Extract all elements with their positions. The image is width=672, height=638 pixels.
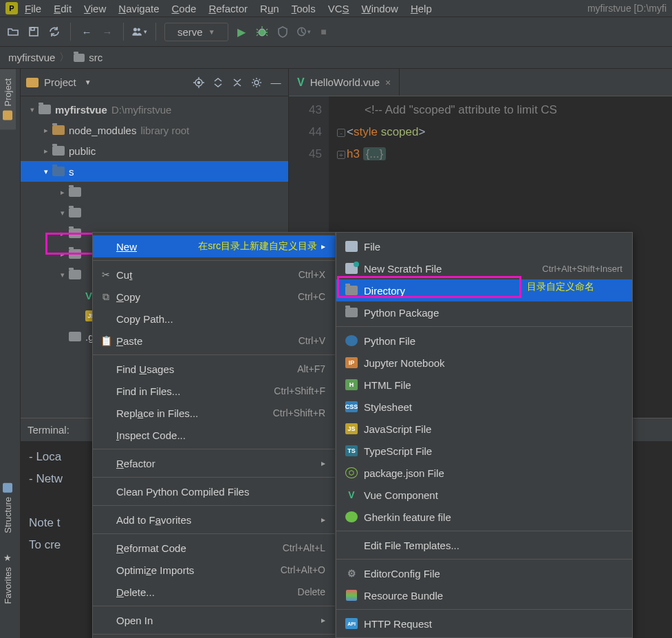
expand-toggle-icon[interactable]: ▾ [56,270,69,279]
menu-window[interactable]: Window [362,3,398,14]
menu-view[interactable]: View [84,3,106,14]
ctx2-item-scratch[interactable]: New Scratch FileCtrl+Alt+Shift+Insert [336,257,632,279]
shortcut: Ctrl+V [299,335,325,346]
ctx-item-copypath[interactable]: Copy Path... [93,308,335,330]
expand-toggle-icon[interactable]: ▸ [56,229,69,238]
open-icon[interactable] [6,24,21,39]
ctx-item-new[interactable]: New 在src目录上新建自定义目录 ▸ [93,235,335,257]
ctx2-item-editorconfig[interactable]: ⚙EditorConfig File [336,562,632,584]
ctx-item-findusages[interactable]: Find UsagesAlt+F7 [93,358,335,380]
profile-icon[interactable]: ▾ [296,24,311,39]
ctx-item-label: Resource Bundle [360,590,622,602]
terminal-line: - Netw [29,472,63,485]
ctx2-item-html[interactable]: HHTML File [336,374,632,396]
ctx2-item-pkgjson[interactable]: ⬡package.json File [336,462,632,484]
back-icon[interactable]: ← [79,24,94,39]
tree-src[interactable]: ▾ s [21,161,288,182]
ctx2-item-pyfile[interactable]: Python File [336,330,632,352]
separator [93,634,335,635]
debug-icon[interactable] [254,24,270,39]
ctx2-item-file[interactable]: File [336,235,632,257]
locate-icon[interactable] [192,76,206,89]
sync-icon[interactable] [47,24,62,39]
chevron-down-icon[interactable]: ▼ [85,78,91,86]
menu-code[interactable]: Code [172,3,197,14]
run-config-combo[interactable]: serve ▼ [164,23,228,41]
menu-edit[interactable]: Edit [54,3,72,14]
expand-toggle-icon[interactable]: ▾ [26,105,39,114]
ctx2-item-ts[interactable]: TSTypeScript File [336,440,632,462]
save-all-icon[interactable] [26,24,41,39]
expand-toggle-icon[interactable]: ▸ [56,188,69,197]
tree-root[interactable]: ▾ myfirstvue D:\myfirstvue [21,99,288,120]
tree-node-hint: library root [140,125,189,136]
ctx2-item-jupyter[interactable]: IPJupyter Notebook [336,352,632,374]
menu-refactor[interactable]: Refactor [208,3,248,14]
tree-node-modules[interactable]: ▸ node_modules library root [21,120,288,140]
shortcut: Ctrl+Shift+R [273,407,325,418]
ctx-item-inspect[interactable]: Inspect Code... [93,424,335,446]
ctx2-item-edittemplates[interactable]: Edit File Templates... [336,534,632,556]
fold-toggle-icon[interactable]: - [337,129,345,137]
ctx-item-addfav[interactable]: Add to Favorites▸ [93,509,335,531]
coverage-icon[interactable] [275,24,290,39]
ctx-item-copy[interactable]: ⧉CopyCtrl+C [93,286,335,308]
ctx2-item-gherkin[interactable]: Gherkin feature file [336,506,632,528]
ctx2-item-js[interactable]: JSJavaScript File [336,418,632,440]
ctx-item-reformat[interactable]: Reformat CodeCtrl+Alt+L [93,537,335,559]
tab-project[interactable]: Project [0,69,16,129]
menu-help[interactable]: Help [411,3,432,14]
terminal-line: To cre [29,538,61,551]
fold-toggle-icon[interactable]: + [337,151,345,159]
close-icon[interactable]: × [385,77,391,88]
tree-row[interactable]: ▸ [21,182,288,202]
ctx2-item-resource[interactable]: Resource Bundle [336,584,632,606]
expand-toggle-icon[interactable]: ▸ [56,250,69,259]
ctx-item-openin[interactable]: Open In▸ [93,609,335,631]
tab-project-label: Project [3,78,13,106]
editor-tab[interactable]: V HelloWorld.vue × [289,69,400,96]
menu-run[interactable]: Run [260,3,279,14]
expand-toggle-icon[interactable]: ▸ [40,126,52,135]
ctx-item-optimize[interactable]: Optimize ImportsCtrl+Alt+O [93,559,335,581]
ctx-item-replaceinfiles[interactable]: Replace in Files...Ctrl+Shift+R [93,402,335,424]
menu-tools[interactable]: Tools [292,3,316,14]
breadcrumb-src[interactable]: src [74,52,102,63]
tab-favorites[interactable]: Favorites ★ [0,543,16,613]
stop-icon[interactable]: ■ [316,24,332,39]
expand-toggle-icon[interactable]: ▾ [56,209,69,217]
expand-toggle-icon[interactable]: ▾ [40,167,52,176]
ctx2-item-vue[interactable]: VVue Component [336,484,632,506]
forward-icon[interactable]: → [100,24,115,39]
expand-all-icon[interactable] [211,76,225,89]
menu-file[interactable]: File [25,3,41,14]
separator [93,260,335,261]
menu-vcs[interactable]: VCS [328,3,349,14]
ctx2-item-css[interactable]: CSSStylesheet [336,396,632,418]
ctx2-item-pypkg[interactable]: Python Package [336,301,632,323]
library-folder-icon [52,125,65,135]
ctx-item-cleanpy[interactable]: Clean Python Compiled Files [93,480,335,502]
tree-row[interactable]: ▾ [21,202,288,223]
run-icon[interactable]: ▶ [234,24,249,39]
breadcrumb-root[interactable]: myfirstvue [8,52,55,63]
gear-icon[interactable] [250,76,263,89]
terminal-line: - Loca [29,450,61,463]
ctx-item-refactor[interactable]: Refactor▸ [93,452,335,474]
tab-structure[interactable]: Structure [0,474,16,543]
separator [93,354,335,355]
ctx-item-paste[interactable]: 📋PasteCtrl+V [93,330,335,352]
tree-public[interactable]: ▸ public [21,140,288,161]
collapse-all-icon[interactable] [230,76,244,89]
folded-region[interactable]: {...} [363,147,387,160]
expand-toggle-icon[interactable]: ▸ [40,147,52,156]
svg-rect-1 [31,28,34,30]
users-icon[interactable]: ▾ [132,24,147,39]
project-panel-title: Project [44,76,76,88]
menu-navigate[interactable]: Navigate [118,3,159,14]
ctx-item-delete[interactable]: Delete...Delete [93,581,335,603]
hide-icon[interactable]: — [269,76,283,89]
ctx-item-cut[interactable]: ✂CutCtrl+X [93,264,335,286]
ctx2-item-http[interactable]: APIHTTP Request [336,613,632,635]
ctx-item-findinfiles[interactable]: Find in Files...Ctrl+Shift+F [93,380,335,402]
